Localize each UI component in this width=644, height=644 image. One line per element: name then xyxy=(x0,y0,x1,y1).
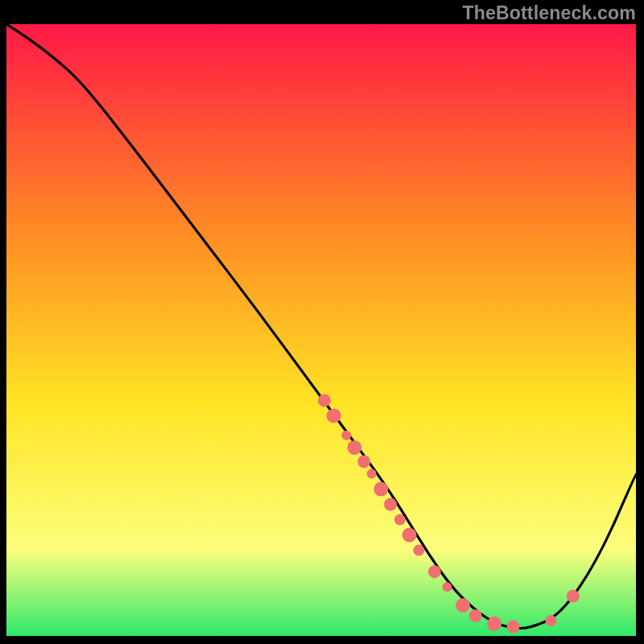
curve-marker xyxy=(384,498,397,511)
curve-marker xyxy=(545,615,556,626)
curve-marker xyxy=(357,455,370,468)
curve-marker xyxy=(347,440,361,455)
curve-marker xyxy=(367,469,377,479)
chart-frame xyxy=(6,24,636,636)
curve-marker xyxy=(469,609,482,622)
curve-marker xyxy=(487,617,502,631)
curve-marker xyxy=(428,565,441,578)
curve-marker xyxy=(442,582,452,592)
curve-marker xyxy=(567,590,580,603)
curve-marker xyxy=(327,408,341,423)
curve-marker xyxy=(394,514,406,526)
curve-marker xyxy=(341,431,351,440)
curve-marker xyxy=(318,394,331,407)
curve-marker xyxy=(402,528,417,543)
curve-marker xyxy=(507,621,520,634)
chart-background-gradient xyxy=(6,24,636,636)
curve-marker xyxy=(374,482,388,497)
watermark-text: TheBottleneck.com xyxy=(462,2,636,24)
curve-marker xyxy=(456,598,470,613)
chart-svg xyxy=(6,24,636,636)
curve-marker xyxy=(413,545,424,556)
